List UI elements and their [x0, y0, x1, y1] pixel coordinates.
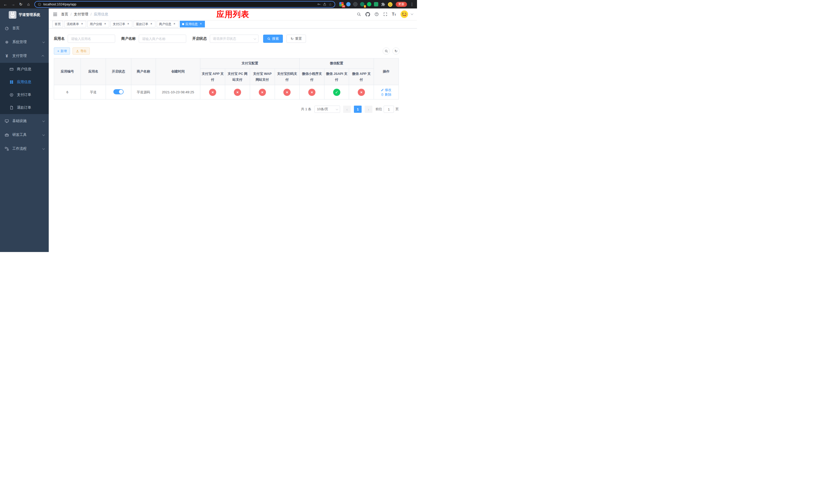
- sidebar-item-label: 支付管理: [12, 53, 27, 58]
- tab-payment-order[interactable]: 支付订单 ×: [111, 21, 132, 27]
- export-button[interactable]: 导出: [72, 47, 90, 54]
- sidebar-item-system[interactable]: 系统管理: [0, 35, 49, 49]
- key-icon[interactable]: [317, 2, 321, 6]
- goto-prefix: 前往: [375, 107, 382, 112]
- close-icon[interactable]: ×: [150, 22, 153, 26]
- cell-wechat-app: ×: [349, 85, 374, 99]
- extension-pinwheel-icon[interactable]: 10: [339, 2, 344, 6]
- address-bar[interactable]: localhost:1024/pay/app ☆: [35, 1, 335, 8]
- group-wechat-config: 微信配置: [300, 59, 374, 69]
- bookmark-star-icon[interactable]: ☆: [329, 2, 332, 6]
- cell-wechat-mini: ×: [300, 85, 324, 99]
- tab-app-info[interactable]: 应用信息 ×: [180, 21, 205, 27]
- close-icon[interactable]: ×: [127, 22, 130, 26]
- reset-button[interactable]: ↻ 重置: [286, 35, 306, 43]
- add-button-label: 新增: [61, 49, 67, 53]
- card-icon: [9, 67, 14, 71]
- cell-alipay-app: ×: [200, 85, 225, 99]
- sidebar-item-app-info[interactable]: 应用信息: [0, 76, 49, 88]
- app-table: 应用编号 应用名 开启状态 商户名称 创建时间 支付宝配置 微信配置 操作 支付…: [54, 58, 399, 99]
- add-button[interactable]: + 新增: [54, 47, 70, 54]
- sidebar-item-workflow[interactable]: 工作流程: [0, 142, 49, 156]
- info-icon[interactable]: [38, 3, 41, 6]
- merchant-name-input[interactable]: [139, 35, 186, 43]
- help-icon[interactable]: [374, 12, 379, 17]
- yen-icon: ¥: [5, 54, 9, 58]
- filter-form: 应用名 商户名称 开启状态 请选择开启状态 搜索 ↻ 重置: [54, 35, 399, 43]
- sidebar-item-home[interactable]: 首页: [0, 21, 49, 35]
- prev-page-button[interactable]: ‹: [343, 106, 351, 113]
- share-icon[interactable]: [323, 3, 327, 6]
- font-size-icon[interactable]: TT: [392, 12, 396, 17]
- reload-icon[interactable]: ↻: [18, 1, 24, 8]
- extension-teal-icon[interactable]: 1: [360, 2, 365, 6]
- sidebar-item-payment-order[interactable]: 支付订单: [0, 88, 49, 101]
- status-toggle[interactable]: [113, 89, 124, 94]
- export-button-label: 导出: [80, 49, 86, 53]
- browser-chrome: ← → ↻ ⌂ localhost:1024/pay/app ☆ 10 1: [0, 0, 417, 8]
- browser-update-button[interactable]: 更新: [396, 2, 407, 7]
- home-icon[interactable]: ⌂: [25, 1, 32, 8]
- current-page-button[interactable]: 1: [354, 106, 361, 113]
- cell-app-name: 芋道: [81, 85, 106, 99]
- goto-page-input[interactable]: [384, 106, 394, 113]
- app-logo[interactable]: 芋道管理系统: [0, 8, 49, 21]
- toggle-knob: [119, 90, 123, 94]
- cell-status: [106, 85, 131, 99]
- toggle-search-icon[interactable]: [382, 47, 390, 54]
- collapse-menu-icon[interactable]: [53, 12, 58, 17]
- sidebar-menu: 首页 系统管理 ¥ 支付管理 商户信息: [0, 21, 49, 156]
- forward-icon[interactable]: →: [10, 1, 16, 8]
- user-avatar[interactable]: [400, 10, 408, 18]
- disabled-status-icon: ×: [259, 89, 266, 96]
- sidebar-item-label: 支付订单: [17, 93, 31, 97]
- refresh-table-icon[interactable]: ↻: [392, 47, 399, 54]
- github-icon[interactable]: [366, 12, 370, 17]
- breadcrumb-home[interactable]: 首页: [61, 12, 68, 17]
- page-annotation-title: 应用列表: [216, 9, 249, 20]
- close-icon[interactable]: ×: [80, 22, 84, 26]
- status-select[interactable]: 请选择开启状态: [210, 35, 259, 43]
- edit-button[interactable]: 修改: [381, 88, 391, 92]
- chevron-down-icon[interactable]: [411, 13, 413, 15]
- search-icon[interactable]: [357, 12, 361, 17]
- next-page-button[interactable]: ›: [365, 106, 372, 113]
- browser-menu-icon[interactable]: ⋮: [409, 2, 415, 7]
- header-actions: TT: [357, 10, 413, 18]
- back-icon[interactable]: ←: [2, 1, 9, 8]
- search-button[interactable]: 搜索: [263, 35, 283, 43]
- cell-alipay-wap: ×: [250, 85, 275, 99]
- close-icon[interactable]: ×: [199, 22, 203, 26]
- profile-avatar-icon[interactable]: [388, 2, 392, 6]
- tab-label: 用户分组: [90, 22, 102, 26]
- close-icon[interactable]: ×: [103, 22, 107, 26]
- goto-page: 前往 页: [375, 106, 399, 113]
- search-button-label: 搜索: [272, 37, 279, 41]
- col-wechat-jsapi: 微信 JSAPI 支付: [324, 69, 349, 85]
- sidebar-item-refund-order[interactable]: 退款订单: [0, 101, 49, 114]
- extension-blue-icon[interactable]: [346, 2, 351, 6]
- tab-process-form[interactable]: 流程表单 ×: [64, 21, 86, 27]
- url-text[interactable]: localhost:1024/pay/app: [43, 3, 315, 6]
- app-name-input[interactable]: [68, 35, 115, 43]
- sidebar-item-dev-tools[interactable]: 研发工具: [0, 128, 49, 142]
- close-icon[interactable]: ×: [173, 22, 176, 26]
- tab-merchant-info[interactable]: 商户信息 ×: [157, 21, 178, 27]
- tab-refund-order[interactable]: 退款订单 ×: [134, 21, 155, 27]
- tab-user-group[interactable]: 用户分组 ×: [87, 21, 109, 27]
- sidebar-item-payment[interactable]: ¥ 支付管理: [0, 49, 49, 63]
- delete-button[interactable]: 删除: [381, 92, 391, 97]
- breadcrumb-payment[interactable]: 支付管理: [74, 12, 88, 17]
- check-icon: ✓: [335, 90, 338, 95]
- extensions-puzzle-icon[interactable]: [381, 2, 385, 6]
- extension-dark-icon[interactable]: [353, 2, 357, 6]
- tab-home[interactable]: 首页: [52, 21, 63, 27]
- col-alipay-wap: 支付宝 WAP 网站支付: [250, 69, 275, 85]
- extension-wechat-icon[interactable]: [367, 2, 371, 6]
- page-size-select[interactable]: 10条/页: [314, 106, 340, 113]
- sidebar-item-merchant-info[interactable]: 商户信息: [0, 63, 49, 76]
- extension-note-icon[interactable]: [374, 2, 378, 6]
- sidebar-item-infrastructure[interactable]: 基础设施: [0, 114, 49, 128]
- extension-badge-2: 1: [364, 5, 366, 8]
- fullscreen-icon[interactable]: [383, 12, 388, 17]
